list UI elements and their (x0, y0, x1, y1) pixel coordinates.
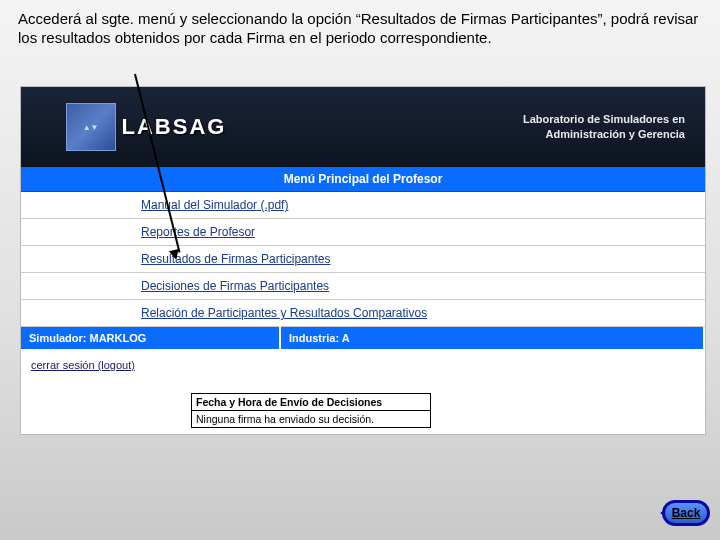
logo-icon: ▲▼ (66, 103, 116, 151)
labsag-logo: ▲▼ LABSAG (66, 103, 227, 151)
notice-header: Fecha y Hora de Envío de Decisiones (192, 394, 430, 411)
sim-value: MARKLOG (90, 332, 147, 344)
banner-tagline: Laboratorio de Simuladores en Administra… (271, 112, 705, 143)
notice-box: Fecha y Hora de Envío de Decisiones Ning… (191, 393, 431, 428)
menu-header: Menú Principal del Profesor (21, 167, 705, 192)
menu-link[interactable]: Relación de Participantes y Resultados C… (141, 306, 427, 320)
simulator-info-bar: Simulador: MARKLOG Industria: A (21, 327, 705, 349)
logo-text: LABSAG (122, 114, 227, 140)
sim-label: Simulador: (29, 332, 86, 344)
notice-body: Ninguna firma ha enviado su decisión. (192, 411, 430, 427)
logout-link[interactable]: cerrar sesión (logout) (31, 359, 135, 371)
back-button[interactable]: Back (662, 500, 710, 526)
menu-link[interactable]: Reportes de Profesor (141, 225, 255, 239)
menu-item-reportes[interactable]: Reportes de Profesor (21, 219, 705, 246)
embedded-screenshot: ▲▼ LABSAG Laboratorio de Simuladores en … (20, 86, 706, 435)
app-banner: ▲▼ LABSAG Laboratorio de Simuladores en … (21, 87, 705, 167)
menu-link[interactable]: Manual del Simulador (.pdf) (141, 198, 288, 212)
menu-item-resultados[interactable]: Resultados de Firmas Participantes (21, 246, 705, 273)
tagline-line1: Laboratorio de Simuladores en (271, 112, 685, 127)
industry-cell: Industria: A (281, 327, 705, 349)
menu-item-relacion[interactable]: Relación de Participantes y Resultados C… (21, 300, 705, 327)
menu-link[interactable]: Decisiones de Firmas Participantes (141, 279, 329, 293)
menu-item-decisiones[interactable]: Decisiones de Firmas Participantes (21, 273, 705, 300)
back-label: Back (672, 506, 701, 520)
logout-row[interactable]: cerrar sesión (logout) (21, 349, 705, 381)
instruction-text: Accederá al sgte. menú y seleccionando l… (0, 0, 720, 56)
tagline-line2: Administración y Gerencia (271, 127, 685, 142)
ind-label: Industria: (289, 332, 339, 344)
ind-value: A (342, 332, 350, 344)
menu-item-manual[interactable]: Manual del Simulador (.pdf) (21, 192, 705, 219)
simulator-cell: Simulador: MARKLOG (21, 327, 281, 349)
